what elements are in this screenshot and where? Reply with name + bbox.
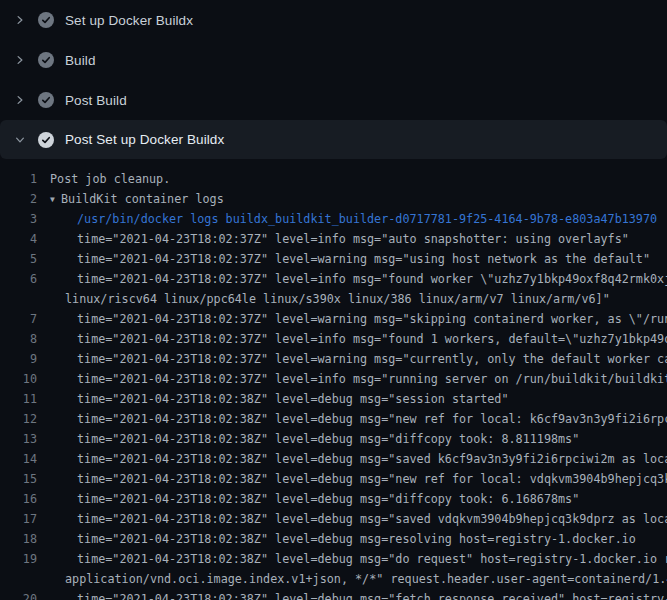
log-line: 18time="2021-04-23T18:02:38Z" level=debu…: [0, 529, 667, 549]
check-circle-icon: [38, 12, 54, 28]
log-text: time="2021-04-23T18:02:38Z" level=debug …: [77, 549, 667, 569]
log-line: 3/usr/bin/docker logs buildx_buildkit_bu…: [0, 209, 667, 229]
log-line[interactable]: 2▼BuildKit container logs: [0, 189, 667, 209]
line-number[interactable]: 5: [0, 249, 37, 269]
log-text: time="2021-04-23T18:02:38Z" level=debug …: [77, 509, 667, 529]
log-text: time="2021-04-23T18:02:38Z" level=debug …: [77, 389, 509, 409]
log-text: time="2021-04-23T18:02:37Z" level=info m…: [77, 369, 667, 389]
log-line: 15time="2021-04-23T18:02:38Z" level=debu…: [0, 469, 667, 489]
line-number[interactable]: 13: [0, 429, 37, 449]
line-number[interactable]: 14: [0, 449, 37, 469]
log-line-wrap: application/vnd.oci.image.index.v1+json,…: [0, 569, 667, 589]
log-line: 8time="2021-04-23T18:02:37Z" level=info …: [0, 329, 667, 349]
steps-list: Set up Docker BuildxBuildPost BuildPost …: [0, 0, 667, 159]
chevron-down-icon: [12, 132, 28, 148]
log-line: 17time="2021-04-23T18:02:38Z" level=debu…: [0, 509, 667, 529]
log-line: 19time="2021-04-23T18:02:38Z" level=debu…: [0, 549, 667, 569]
line-number[interactable]: 18: [0, 529, 37, 549]
log-line: 7time="2021-04-23T18:02:37Z" level=warni…: [0, 309, 667, 329]
line-number[interactable]: 4: [0, 229, 37, 249]
log-line: 4time="2021-04-23T18:02:37Z" level=info …: [0, 229, 667, 249]
log-text: time="2021-04-23T18:02:37Z" level=info m…: [77, 329, 667, 349]
log-text: time="2021-04-23T18:02:37Z" level=info m…: [77, 229, 629, 249]
chevron-right-icon: [12, 52, 28, 68]
line-number[interactable]: 12: [0, 409, 37, 429]
group-label[interactable]: BuildKit container logs: [61, 192, 224, 206]
step-row-build[interactable]: Build: [0, 40, 667, 80]
log-text: time="2021-04-23T18:02:37Z" level=warnin…: [77, 309, 667, 329]
line-number[interactable]: 1: [0, 169, 37, 189]
log-group-toggle[interactable]: ▼BuildKit container logs: [50, 189, 224, 209]
line-number[interactable]: 20: [0, 589, 37, 600]
log-line: 14time="2021-04-23T18:02:38Z" level=debu…: [0, 449, 667, 469]
log-text: time="2021-04-23T18:02:37Z" level=info m…: [77, 269, 667, 289]
log-lines: 1Post job cleanup.2▼BuildKit container l…: [0, 159, 667, 600]
log-line: 20time="2021-04-23T18:02:38Z" level=debu…: [0, 589, 667, 600]
log-line: 9time="2021-04-23T18:02:37Z" level=warni…: [0, 349, 667, 369]
log-line: 13time="2021-04-23T18:02:38Z" level=debu…: [0, 429, 667, 449]
log-command-text: /usr/bin/docker logs buildx_buildkit_bui…: [77, 209, 657, 229]
step-row-post-build[interactable]: Post Build: [0, 80, 667, 120]
check-circle-icon: [38, 52, 54, 68]
log-line: 1Post job cleanup.: [0, 169, 667, 189]
log-text: time="2021-04-23T18:02:38Z" level=debug …: [77, 469, 667, 489]
step-title: Build: [65, 53, 96, 68]
check-circle-icon: [38, 132, 54, 148]
log-text: time="2021-04-23T18:02:38Z" level=debug …: [77, 489, 579, 509]
line-number[interactable]: 9: [0, 349, 37, 369]
log-line: 11time="2021-04-23T18:02:38Z" level=debu…: [0, 389, 667, 409]
log-text: time="2021-04-23T18:02:38Z" level=debug …: [77, 429, 579, 449]
chevron-right-icon: [12, 92, 28, 108]
line-number[interactable]: 16: [0, 489, 37, 509]
line-number[interactable]: 17: [0, 509, 37, 529]
workflow-log-viewer: Set up Docker BuildxBuildPost BuildPost …: [0, 0, 667, 600]
check-circle-icon: [38, 92, 54, 108]
step-title: Post Set up Docker Buildx: [65, 132, 224, 147]
line-number[interactable]: 3: [0, 209, 37, 229]
log-text: application/vnd.oci.image.index.v1+json,…: [65, 569, 667, 589]
line-number[interactable]: 15: [0, 469, 37, 489]
line-number[interactable]: 6: [0, 269, 37, 289]
step-row-post-set-up-docker-buildx[interactable]: Post Set up Docker Buildx: [0, 120, 667, 159]
chevron-right-icon: [12, 12, 28, 28]
log-text: time="2021-04-23T18:02:38Z" level=debug …: [77, 409, 667, 429]
log-line: 12time="2021-04-23T18:02:38Z" level=debu…: [0, 409, 667, 429]
log-text: time="2021-04-23T18:02:37Z" level=warnin…: [77, 349, 667, 369]
step-title: Set up Docker Buildx: [65, 13, 193, 28]
log-line: 16time="2021-04-23T18:02:38Z" level=debu…: [0, 489, 667, 509]
group-expanded-triangle-icon[interactable]: ▼: [50, 190, 61, 209]
line-number[interactable]: 11: [0, 389, 37, 409]
log-text: time="2021-04-23T18:02:38Z" level=debug …: [77, 529, 636, 549]
line-number[interactable]: 19: [0, 549, 37, 569]
step-row-set-up-docker-buildx[interactable]: Set up Docker Buildx: [0, 0, 667, 40]
log-text: linux/riscv64 linux/ppc64le linux/s390x …: [65, 289, 610, 309]
line-number[interactable]: 8: [0, 329, 37, 349]
log-line: 5time="2021-04-23T18:02:37Z" level=warni…: [0, 249, 667, 269]
log-line: 10time="2021-04-23T18:02:37Z" level=info…: [0, 369, 667, 389]
log-text: time="2021-04-23T18:02:38Z" level=debug …: [77, 449, 667, 469]
log-line: 6time="2021-04-23T18:02:37Z" level=info …: [0, 269, 667, 289]
log-text: Post job cleanup.: [50, 169, 170, 189]
line-number[interactable]: 7: [0, 309, 37, 329]
line-number[interactable]: 10: [0, 369, 37, 389]
step-title: Post Build: [65, 93, 127, 108]
log-text: time="2021-04-23T18:02:38Z" level=debug …: [77, 589, 667, 600]
log-line-wrap: linux/riscv64 linux/ppc64le linux/s390x …: [0, 289, 667, 309]
log-text: time="2021-04-23T18:02:37Z" level=warnin…: [77, 249, 650, 269]
line-number[interactable]: 2: [0, 189, 37, 209]
